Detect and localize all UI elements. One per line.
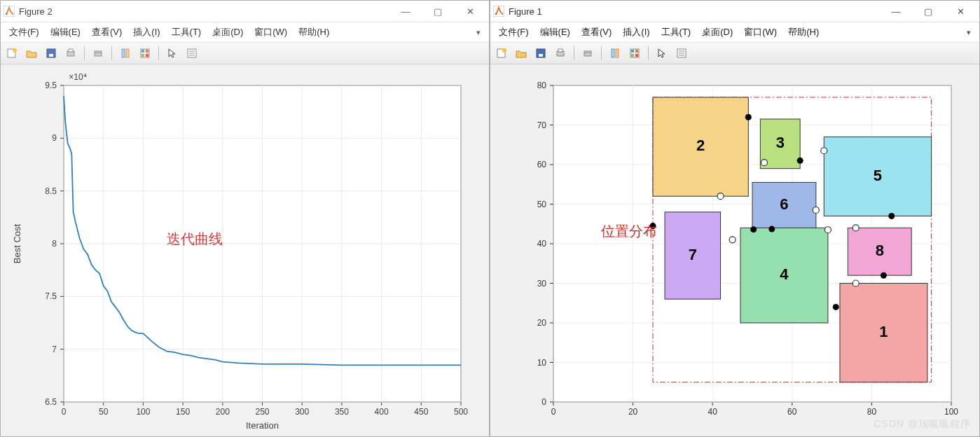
svg-point-167 — [729, 237, 736, 243]
svg-rect-91 — [616, 49, 619, 57]
colorbar-button[interactable] — [137, 45, 153, 62]
svg-rect-87 — [558, 49, 563, 52]
matlab-icon — [493, 6, 504, 17]
link-button[interactable] — [117, 45, 134, 62]
svg-text:4: 4 — [780, 265, 789, 283]
svg-point-3 — [13, 48, 17, 53]
svg-point-166 — [717, 193, 724, 200]
svg-text:500: 500 — [454, 407, 468, 417]
svg-text:位置分布: 位置分布 — [601, 223, 657, 239]
colorbar-button[interactable] — [626, 45, 643, 62]
print-preview-button[interactable] — [90, 45, 106, 62]
svg-text:20: 20 — [537, 318, 547, 328]
svg-point-171 — [853, 280, 859, 286]
menu-window[interactable]: 窗口(W) — [250, 25, 291, 40]
svg-point-1 — [6, 13, 7, 15]
figure-window-2: Figure 2 — ▢ ✕ 文件(F) 编辑(E) 查看(V) 插入(I) 工… — [0, 0, 490, 437]
maximize-button[interactable]: ▢ — [422, 1, 454, 21]
svg-text:迭代曲线: 迭代曲线 — [167, 231, 223, 247]
svg-text:5: 5 — [874, 167, 882, 184]
print-button[interactable] — [552, 45, 569, 62]
pointer-button[interactable] — [654, 45, 670, 62]
new-figure-button[interactable] — [493, 45, 510, 62]
svg-text:×10⁴: ×10⁴ — [69, 72, 86, 82]
svg-point-172 — [745, 114, 752, 120]
menu-help[interactable]: 帮助(H) — [784, 25, 823, 40]
svg-text:2: 2 — [696, 137, 705, 154]
open-button[interactable] — [23, 45, 40, 62]
plot-area-right[interactable]: 0204060801000102030405060708012345678位置分… — [490, 64, 979, 436]
svg-text:8.5: 8.5 — [45, 186, 57, 196]
titlebar[interactable]: Figure 1 — ▢ ✕ — [490, 1, 979, 22]
separator — [111, 46, 112, 60]
maximize-button[interactable]: ▢ — [912, 1, 944, 21]
svg-text:7.5: 7.5 — [45, 291, 57, 301]
svg-point-165 — [821, 148, 827, 154]
svg-rect-5 — [49, 54, 53, 57]
svg-text:60: 60 — [787, 407, 797, 417]
open-button[interactable] — [513, 45, 530, 62]
svg-rect-95 — [631, 54, 634, 57]
svg-text:200: 200 — [216, 407, 230, 417]
print-button[interactable] — [62, 45, 79, 62]
link-button[interactable] — [607, 45, 623, 62]
svg-rect-88 — [584, 51, 591, 56]
svg-rect-96 — [635, 54, 638, 57]
svg-text:250: 250 — [255, 407, 269, 417]
svg-point-170 — [853, 225, 859, 231]
svg-text:80: 80 — [537, 81, 547, 90]
new-figure-button[interactable] — [4, 45, 20, 62]
minimize-button[interactable]: — — [880, 1, 912, 21]
menu-desktop[interactable]: 桌面(D) — [208, 25, 247, 40]
menu-view[interactable]: 查看(V) — [577, 25, 616, 40]
print-preview-button[interactable] — [579, 45, 596, 62]
menu-tools[interactable]: 工具(T) — [657, 25, 696, 40]
menu-file[interactable]: 文件(F) — [5, 25, 43, 40]
save-button[interactable] — [532, 45, 549, 62]
menu-tools[interactable]: 工具(T) — [167, 25, 206, 40]
svg-text:300: 300 — [295, 407, 309, 417]
svg-text:9: 9 — [52, 133, 57, 143]
close-button[interactable]: ✕ — [944, 1, 976, 21]
close-button[interactable]: ✕ — [454, 1, 486, 21]
svg-text:1: 1 — [879, 323, 888, 340]
menu-window[interactable]: 窗口(W) — [740, 25, 781, 40]
svg-text:60: 60 — [537, 160, 547, 169]
svg-text:80: 80 — [867, 407, 877, 417]
insert-legend-button[interactable] — [184, 45, 200, 62]
menu-insert[interactable]: 插入(I) — [619, 25, 654, 40]
svg-point-164 — [761, 160, 768, 166]
svg-point-81 — [495, 13, 497, 15]
menu-insert[interactable]: 插入(I) — [129, 25, 164, 40]
menu-overflow-icon[interactable]: ▾ — [472, 27, 485, 39]
pointer-button[interactable] — [164, 45, 181, 62]
menu-help[interactable]: 帮助(H) — [294, 25, 333, 40]
menubar: 文件(F) 编辑(E) 查看(V) 插入(I) 工具(T) 桌面(D) 窗口(W… — [1, 22, 489, 43]
svg-point-175 — [750, 226, 757, 233]
menu-desktop[interactable]: 桌面(D) — [698, 25, 737, 40]
separator — [601, 46, 602, 60]
plot-area-left[interactable]: 0501001502002503003504004505006.577.588.… — [1, 64, 489, 436]
menu-view[interactable]: 查看(V) — [88, 25, 126, 40]
save-button[interactable] — [43, 45, 60, 62]
menubar: 文件(F) 编辑(E) 查看(V) 插入(I) 工具(T) 桌面(D) 窗口(W… — [490, 22, 979, 43]
svg-text:7: 7 — [52, 345, 57, 354]
separator — [158, 46, 159, 60]
window-title: Figure 1 — [509, 6, 880, 17]
menu-overflow-icon[interactable]: ▾ — [962, 27, 975, 39]
svg-text:30: 30 — [537, 279, 547, 289]
menu-file[interactable]: 文件(F) — [495, 25, 533, 40]
minimize-button[interactable]: — — [389, 1, 422, 21]
svg-rect-16 — [146, 54, 149, 57]
svg-rect-11 — [126, 49, 129, 57]
menu-edit[interactable]: 编辑(E) — [536, 25, 574, 40]
svg-rect-13 — [142, 50, 144, 53]
svg-point-168 — [813, 207, 819, 213]
svg-rect-7 — [69, 49, 73, 52]
svg-text:9.5: 9.5 — [45, 81, 57, 90]
titlebar[interactable]: Figure 2 — ▢ ✕ — [1, 1, 489, 22]
svg-text:450: 450 — [414, 407, 428, 417]
insert-legend-button[interactable] — [673, 45, 690, 62]
menu-edit[interactable]: 编辑(E) — [46, 25, 85, 40]
svg-point-83 — [502, 48, 506, 53]
